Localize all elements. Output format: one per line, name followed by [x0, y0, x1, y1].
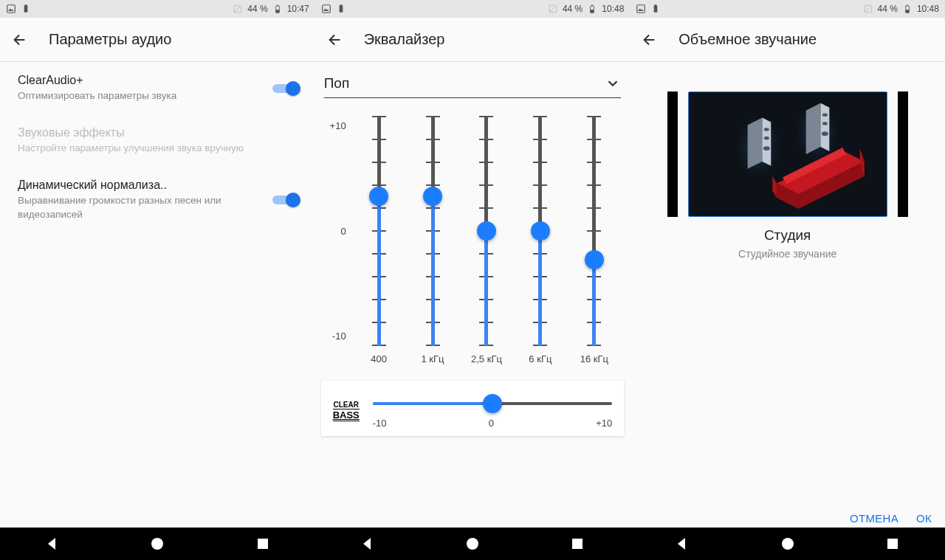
- eq-band-2[interactable]: 2,5 кГц: [464, 116, 509, 364]
- clearbass-logo: CLEAR BASS: [333, 401, 360, 421]
- clock: 10:48: [917, 4, 939, 14]
- eq-slider[interactable]: [377, 116, 381, 346]
- nav-recent-icon[interactable]: [884, 535, 901, 553]
- back-icon[interactable]: [327, 32, 343, 48]
- surround-carousel[interactable]: [630, 91, 945, 217]
- setting-normalizer[interactable]: Динамический нормализа.. Выравнивание гр…: [0, 167, 315, 232]
- back-icon[interactable]: [12, 32, 28, 48]
- bass-mid: 0: [489, 418, 494, 429]
- cancel-button[interactable]: ОТМЕНА: [850, 512, 898, 525]
- status-bar: 44 % 10:48: [630, 0, 945, 18]
- svg-point-6: [151, 538, 163, 550]
- svg-rect-10: [340, 4, 341, 6]
- setting-sub: Настройте параметры улучшения звука вруч…: [18, 142, 293, 155]
- scale-min: -10: [332, 331, 346, 342]
- nav-recent-icon[interactable]: [254, 535, 272, 553]
- svg-rect-2: [25, 4, 27, 6]
- svg-marker-31: [820, 103, 829, 151]
- battery-icon: [272, 4, 283, 14]
- clearbass-labels: -10 0 +10: [373, 418, 613, 429]
- preset-dropdown[interactable]: Поп: [324, 75, 622, 98]
- svg-rect-20: [906, 10, 910, 13]
- back-icon[interactable]: [642, 32, 658, 48]
- eq-band-0[interactable]: 400: [357, 116, 401, 364]
- charging-icon: [336, 4, 346, 14]
- eq-freq-label: 2,5 кГц: [471, 353, 502, 364]
- nav-bar: [0, 528, 315, 560]
- switch-normalizer[interactable]: [272, 192, 300, 208]
- svg-point-29: [763, 146, 770, 151]
- battery-text: 44 %: [563, 4, 583, 14]
- nav-home-icon[interactable]: [148, 535, 166, 553]
- battery-text: 44 %: [247, 4, 267, 14]
- nav-back-icon[interactable]: [359, 535, 377, 553]
- svg-rect-15: [572, 539, 583, 549]
- studio-illustration: [689, 92, 887, 216]
- eq-area: +10 0 -10 4001 кГц2,5 кГц6 кГц16 кГц: [324, 116, 622, 364]
- clearbass-slider[interactable]: [373, 394, 613, 413]
- svg-point-32: [822, 113, 828, 116]
- screenshot-icon: [6, 4, 16, 14]
- battery-icon: [587, 4, 597, 14]
- nav-home-icon[interactable]: [779, 535, 797, 553]
- charging-icon: [21, 4, 31, 14]
- svg-rect-16: [637, 5, 645, 13]
- eq-sliders: 4001 кГц2,5 кГц6 кГц16 кГц: [352, 116, 622, 364]
- eq-band-4[interactable]: 16 кГц: [572, 116, 616, 364]
- page-title: Объемное звучание: [678, 31, 817, 48]
- svg-rect-1: [24, 5, 28, 12]
- eq-freq-label: 400: [371, 353, 387, 364]
- dialog-buttons: ОТМЕНА ОК: [850, 512, 932, 525]
- eq-band-1[interactable]: 1 кГц: [410, 116, 455, 364]
- switch-clearaudio[interactable]: [272, 80, 300, 97]
- equalizer-content: Поп +10 0 -10 4001 кГц2,5 кГц6 кГц16 кГц…: [315, 62, 630, 560]
- svg-rect-4: [275, 10, 279, 13]
- eq-slider[interactable]: [538, 116, 542, 346]
- eq-slider[interactable]: [431, 116, 435, 346]
- pane-surround: 44 % 10:48 Объемное звучание: [630, 0, 945, 560]
- svg-rect-7: [258, 539, 268, 549]
- page-title: Эквалайзер: [364, 31, 445, 48]
- no-sim-icon: [233, 4, 243, 14]
- carousel-prev-edge[interactable]: [667, 91, 678, 217]
- settings-list: ClearAudio+ Оптимизировать параметры зву…: [0, 62, 315, 560]
- setting-sound-effects: Звуковые эффекты Настройте параметры улу…: [0, 114, 315, 167]
- nav-home-icon[interactable]: [464, 535, 481, 553]
- svg-point-14: [467, 538, 478, 550]
- ok-button[interactable]: ОК: [916, 512, 932, 525]
- clearbass-card: CLEAR BASS -10 0 +10: [321, 381, 625, 436]
- eq-band-3[interactable]: 6 кГц: [518, 116, 563, 364]
- nav-back-icon[interactable]: [673, 535, 691, 553]
- svg-point-34: [822, 131, 828, 136]
- surround-card-studio[interactable]: [688, 91, 887, 217]
- svg-rect-5: [276, 5, 278, 6]
- svg-point-33: [822, 122, 828, 125]
- carousel-next-edge[interactable]: [898, 91, 908, 217]
- bass-max: +10: [596, 418, 612, 429]
- nav-back-icon[interactable]: [44, 535, 61, 553]
- setting-clearaudio[interactable]: ClearAudio+ Оптимизировать параметры зву…: [0, 62, 315, 114]
- surround-option-title: Студия: [630, 227, 945, 243]
- pane-equalizer: 44 % 10:48 Эквалайзер Поп +10 0 -10 4001…: [315, 0, 630, 560]
- scale-mid: 0: [340, 226, 346, 237]
- screenshot-icon: [321, 4, 331, 14]
- svg-marker-26: [762, 118, 771, 166]
- app-bar: Эквалайзер: [315, 18, 630, 62]
- eq-scale-labels: +10 0 -10: [324, 120, 352, 342]
- screenshot-icon: [636, 4, 646, 14]
- setting-sub: Оптимизировать параметры звука: [18, 89, 265, 103]
- setting-sub: Выравнивание громкости разных песен или …: [18, 194, 265, 221]
- nav-recent-icon[interactable]: [568, 535, 586, 553]
- svg-marker-25: [747, 118, 762, 169]
- svg-rect-9: [339, 5, 343, 12]
- svg-rect-13: [591, 5, 593, 6]
- svg-rect-21: [907, 5, 908, 6]
- surround-content: Студия Студийное звучание: [630, 62, 945, 560]
- nav-bar: [630, 528, 945, 560]
- battery-text: 44 %: [878, 4, 898, 14]
- status-bar: 44 % 10:48: [315, 0, 630, 18]
- svg-rect-8: [322, 5, 330, 13]
- preset-name: Поп: [324, 75, 605, 91]
- eq-slider[interactable]: [484, 116, 488, 346]
- eq-slider[interactable]: [592, 116, 596, 346]
